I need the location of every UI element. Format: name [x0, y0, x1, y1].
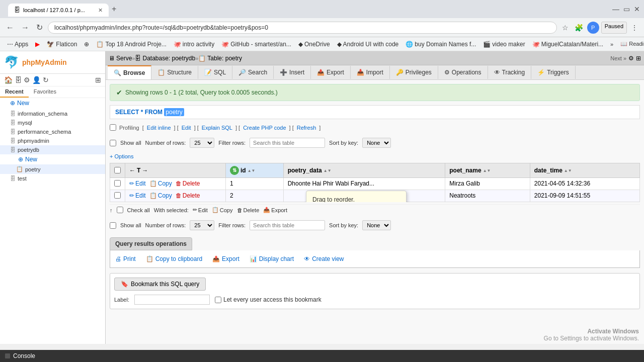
refresh-button[interactable]: ↻	[34, 22, 45, 34]
next-label[interactable]: Next »	[610, 55, 626, 61]
row2-edit-link[interactable]: ✏ Edit	[129, 192, 146, 199]
active-tab[interactable]: 🗄 localhost / 127.0.0.1 / p... ✕	[8, 4, 109, 17]
forward-button[interactable]: →	[19, 22, 31, 34]
qro-export-link[interactable]: 📤 Export	[212, 255, 239, 262]
tab-operations[interactable]: ⚙ Operations	[438, 66, 488, 79]
explain-sql-link[interactable]: Explain SQL	[202, 125, 232, 131]
header-settings-icon[interactable]: ⚙	[628, 55, 634, 62]
tab-search[interactable]: 🔎 Search	[232, 66, 274, 79]
bookmark-sql-button[interactable]: 🔖 Bookmark this SQL query	[114, 278, 206, 291]
tab-tracking[interactable]: 👁 Tracking	[488, 66, 532, 79]
select-all-checkbox[interactable]	[114, 167, 121, 173]
sidebar-db-poetrydb[interactable]: 🗄 poetrydb	[0, 145, 105, 154]
bookmark-android[interactable]: 📋 Top 18 Android Proje...	[93, 40, 169, 49]
tab-import[interactable]: 📥 Import	[351, 66, 390, 79]
sidebar-db-test[interactable]: 🗄 test	[0, 174, 105, 183]
sidebar-db-mysql[interactable]: 🗄 mysql	[0, 118, 105, 127]
sidebar-tab-recent[interactable]: Recent	[0, 86, 29, 98]
header-expand-icon[interactable]: ⊞	[636, 55, 641, 62]
refresh-link[interactable]: Refresh	[297, 125, 316, 131]
col-poet-name-sort[interactable]: ▲▼	[483, 168, 491, 173]
sidebar-new-button-top[interactable]: ⊕ New	[0, 98, 105, 108]
new-tab-button[interactable]: +	[109, 2, 119, 17]
with-selected-all-checkbox[interactable]	[117, 207, 123, 213]
address-bar[interactable]: localhost/phpmyadmin/index.php?route=/sq…	[48, 22, 557, 34]
database-breadcrumb[interactable]: 🗄 Database: poetrydb	[135, 55, 195, 62]
edit-link[interactable]: Edit	[182, 125, 191, 131]
row1-copy-link[interactable]: 📋 Copy	[149, 180, 172, 187]
bookmark-unknown[interactable]: ⊕	[81, 40, 92, 49]
sort-by-key-select-top[interactable]: None	[362, 138, 391, 148]
bookmark-more[interactable]: »	[607, 40, 616, 48]
settings-icon[interactable]: ⚙	[24, 76, 30, 84]
sidebar-tab-favorites[interactable]: Favorites	[29, 86, 61, 98]
profile-button[interactable]: P	[587, 22, 599, 34]
row1-delete-link[interactable]: 🗑 Delete	[176, 180, 200, 187]
home-icon[interactable]: 🏠	[4, 76, 13, 84]
row1-checkbox[interactable]	[114, 180, 121, 187]
sidebar-db-phpmyadmin[interactable]: 🗄 phpmyadmin	[0, 136, 105, 145]
bookmark-onedrive[interactable]: ◆ OneDrive	[295, 40, 333, 49]
back-button[interactable]: ←	[4, 22, 16, 34]
bookmark-domain[interactable]: 🌐 buy Domain Names f...	[403, 40, 479, 49]
ws-edit-link[interactable]: ✏ Edit	[193, 207, 208, 213]
database-icon[interactable]: 🗄	[15, 76, 22, 84]
qro-copy-clipboard-link[interactable]: 📋 Copy to clipboard	[146, 255, 202, 262]
menu-button[interactable]: ⋮	[629, 22, 640, 34]
col-poetry-data-sort[interactable]: ▲▼	[324, 168, 332, 173]
public-checkbox[interactable]	[215, 297, 221, 303]
sidebar-table-poetry[interactable]: 📋 poetry	[0, 164, 105, 174]
filter-rows-input-top[interactable]	[250, 138, 325, 148]
number-of-rows-select-bottom[interactable]: 25 50 100	[190, 220, 214, 230]
table-breadcrumb[interactable]: 📋 Table: poetry	[198, 55, 242, 62]
row2-copy-link[interactable]: 📋 Copy	[149, 192, 172, 199]
show-all-checkbox-top[interactable]	[110, 140, 116, 146]
row2-delete-link[interactable]: 🗑 Delete	[176, 192, 200, 199]
arrow-right-icon[interactable]: →	[142, 167, 148, 174]
server-breadcrumb[interactable]: 🖥 Serve	[109, 55, 132, 62]
qro-display-chart-link[interactable]: 📊 Display chart	[250, 255, 294, 262]
options-toggle[interactable]: + Options	[110, 153, 640, 160]
tab-close-button[interactable]: ✕	[98, 7, 103, 14]
ws-export-link[interactable]: 📤 Export	[263, 207, 287, 213]
tab-privileges[interactable]: 🔑 Privileges	[390, 66, 438, 79]
arrow-left-icon[interactable]: ←	[129, 167, 135, 174]
bookmark-miguelcatalan[interactable]: 🐙 MiguelCatalan/Materi...	[529, 40, 606, 49]
col-id-reorder-icon[interactable]: ⇅	[230, 166, 239, 175]
reading-list-button[interactable]: 📖 Reading list	[617, 40, 644, 48]
col-header-date-time[interactable]: date_time ▲▼	[530, 163, 639, 178]
bookmark-android-ui[interactable]: ◆ Android UI with code	[334, 40, 402, 49]
row2-checkbox[interactable]	[114, 192, 121, 199]
create-php-link[interactable]: Create PHP code	[243, 125, 286, 131]
ws-copy-link[interactable]: 📋 Copy	[212, 207, 233, 213]
number-of-rows-select-top[interactable]: 25 50 100	[190, 138, 214, 148]
bookmark-video[interactable]: 🎬 video maker	[480, 40, 528, 49]
col-header-poetry-data[interactable]: poetry_data ▲▼	[283, 163, 445, 178]
minimize-button[interactable]: —	[612, 5, 619, 13]
tab-structure[interactable]: 📋 Structure	[151, 66, 198, 79]
bookmark-star-button[interactable]: ☆	[560, 22, 571, 34]
refresh-sidebar-icon[interactable]: ↻	[43, 76, 49, 84]
bookmark-apps[interactable]: ⋯ Apps	[4, 40, 31, 49]
sort-by-key-select-bottom[interactable]: None	[362, 220, 391, 230]
tab-insert[interactable]: ➕ Insert	[274, 66, 311, 79]
text-icon[interactable]: T	[137, 167, 140, 174]
maximize-button[interactable]: ▭	[623, 5, 630, 13]
col-date-time-sort[interactable]: ▲▼	[564, 168, 572, 173]
extension-button[interactable]: 🧩	[573, 22, 585, 34]
paused-label[interactable]: Paused	[601, 22, 627, 34]
label-input[interactable]	[134, 295, 210, 305]
tab-sql[interactable]: 📝 SQL	[198, 66, 232, 79]
close-button[interactable]: ✕	[634, 5, 640, 13]
qro-header[interactable]: Query results operations	[110, 237, 192, 250]
sidebar-db-information-schema[interactable]: 🗄 information_schema	[0, 109, 105, 118]
bookmark-youtube[interactable]: ▶	[32, 40, 43, 49]
filter-rows-input-bottom[interactable]	[250, 220, 325, 230]
ws-delete-link[interactable]: 🗑 Delete	[237, 207, 260, 213]
qro-print-link[interactable]: 🖨 Print	[115, 255, 136, 262]
bookmark-flaticon[interactable]: 🦅 Flaticon	[44, 40, 80, 49]
row1-edit-link[interactable]: ✏ Edit	[129, 180, 146, 187]
tab-export[interactable]: 📤 Export	[311, 66, 351, 79]
user-icon[interactable]: 👤	[32, 76, 41, 84]
bookmark-intro-activity[interactable]: 🐙 intro activity	[171, 40, 217, 49]
